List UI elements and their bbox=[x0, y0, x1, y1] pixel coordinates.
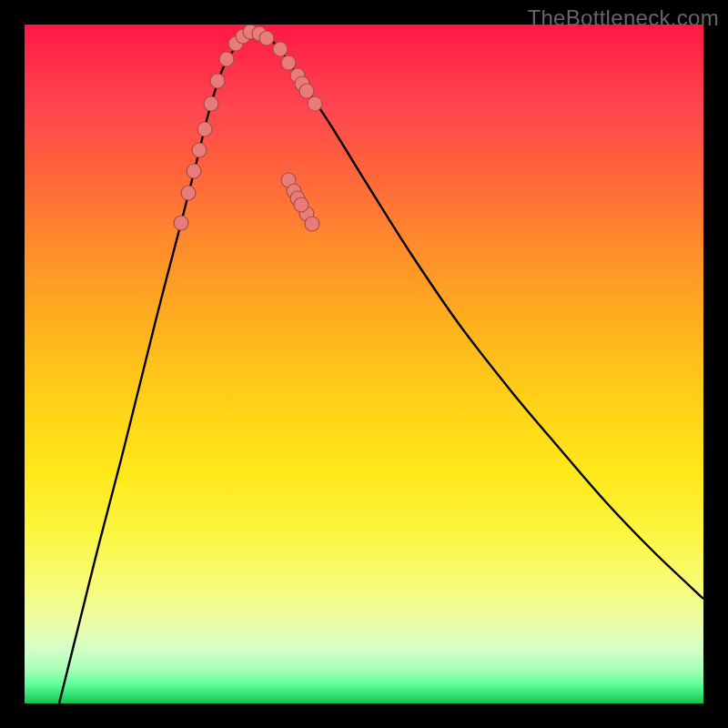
data-marker bbox=[187, 164, 201, 178]
data-marker bbox=[210, 74, 225, 88]
data-marker bbox=[305, 217, 319, 231]
data-marker bbox=[181, 186, 196, 200]
data-marker bbox=[273, 42, 288, 56]
data-marker bbox=[294, 197, 308, 212]
markers-group bbox=[174, 25, 322, 231]
data-marker bbox=[281, 56, 296, 70]
chart-svg bbox=[25, 25, 703, 703]
data-marker bbox=[259, 31, 274, 46]
data-marker bbox=[204, 96, 218, 111]
data-marker bbox=[197, 122, 212, 136]
data-marker bbox=[308, 96, 322, 111]
data-marker bbox=[192, 143, 207, 157]
data-marker bbox=[299, 84, 314, 98]
bottleneck-curve bbox=[59, 32, 703, 703]
data-marker bbox=[219, 52, 234, 66]
data-marker bbox=[174, 216, 188, 230]
